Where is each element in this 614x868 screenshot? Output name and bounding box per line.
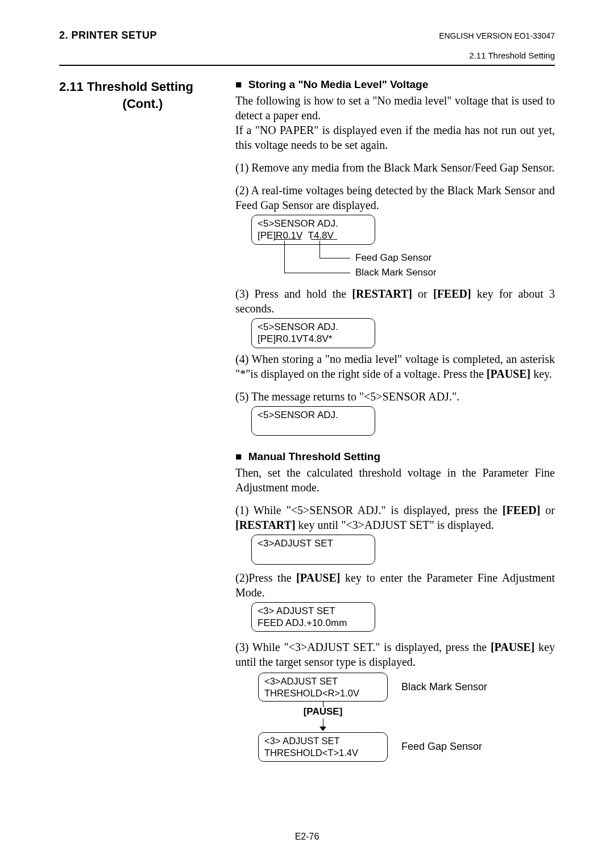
heading-storing-no-media: ■ Storing a "No Media Level" Voltage (235, 78, 555, 91)
black-mark-sensor-label: Black Mark Sensor (355, 267, 437, 278)
pause-key-label: [PAUSE] (258, 706, 388, 717)
header-right: ENGLISH VERSION EO1-33047 (439, 31, 555, 40)
restart-key: [RESTART] (235, 519, 296, 531)
sec1-step2: (2) A real-time voltages being detected … (235, 183, 555, 212)
section-title-line1: 2.11 Threshold Setting (59, 80, 193, 94)
black-mark-sensor-label: Black Mark Sensor (401, 681, 487, 693)
lcd-adjust-set-feed: <3> ADJUST SET FEED ADJ.+10.0mm (251, 602, 375, 632)
sec1-p1: The following is how to set a "No media … (235, 93, 555, 123)
sec2-step3: (3) While "<3>ADJUST SET." is displayed,… (235, 640, 555, 669)
heading-text: Manual Threshold Setting (248, 450, 380, 462)
down-arrow-icon (320, 727, 326, 731)
feed-key: [FEED] (433, 287, 471, 300)
pause-key: [PAUSE] (491, 641, 534, 653)
header-sub: 2.11 Threshold Setting (59, 51, 555, 60)
sec1-step5: (5) The message returns to "<5>SENSOR AD… (235, 389, 555, 404)
header-left: 2. PRINTER SETUP (59, 30, 157, 41)
restart-key: [RESTART] (352, 287, 412, 300)
sec1-step3: (3) Press and hold the [RESTART] or [FEE… (235, 286, 555, 316)
lcd-adjust-set: <3>ADJUST SET (251, 535, 375, 565)
feed-key: [FEED] (503, 504, 541, 516)
pause-key: [PAUSE] (296, 571, 340, 584)
lcd-sensor-adj-plain: <5>SENSOR ADJ. (251, 406, 375, 436)
sec2-step2: (2)Press the [PAUSE] key to enter the Pa… (235, 570, 555, 600)
sec1-step4: (4) When storing a "no media level" volt… (235, 352, 555, 381)
bullet-icon: ■ (235, 78, 242, 90)
lcd-sensor-adj-voltages: <5>SENSOR ADJ. [PE]R0.1V T4.8V (251, 215, 375, 245)
section-title: 2.11 Threshold Setting (Cont.) (59, 78, 226, 112)
header-divider (59, 65, 555, 66)
page-number: E2-76 (0, 832, 614, 842)
sensor-diagram: <5>SENSOR ADJ. [PE]R0.1V T4.8V Feed Gap … (251, 215, 536, 285)
section-title-line2: (Cont.) (59, 95, 226, 112)
heading-text: Storing a "No Media Level" Voltage (248, 78, 428, 90)
pause-flow-diagram: <3>ADJUST SET THRESHOLD<R>1.0V Black Mar… (258, 673, 554, 762)
pause-key: [PAUSE] (487, 368, 530, 380)
feed-gap-sensor-label: Feed Gap Sensor (355, 252, 432, 264)
lcd-sensor-adj-asterisk: <5>SENSOR ADJ. [PE]R0.1VT4.8V* (251, 318, 375, 348)
sec1-p2: If a "NO PAPER" is displayed even if the… (235, 123, 555, 152)
sec2-step1: (1) While "<5>SENSOR ADJ." is displayed,… (235, 503, 555, 532)
lcd-threshold-r: <3>ADJUST SET THRESHOLD<R>1.0V (258, 673, 388, 702)
bullet-icon: ■ (235, 450, 242, 462)
sec1-step1: (1) Remove any media from the Black Mark… (235, 160, 555, 175)
sec2-p1: Then, set the calculated threshold volta… (235, 465, 555, 495)
lcd-threshold-t: <3> ADJUST SET THRESHOLD<T>1.4V (258, 732, 388, 761)
heading-manual-threshold: ■ Manual Threshold Setting (235, 450, 555, 463)
feed-gap-sensor-label: Feed Gap Sensor (401, 741, 482, 753)
